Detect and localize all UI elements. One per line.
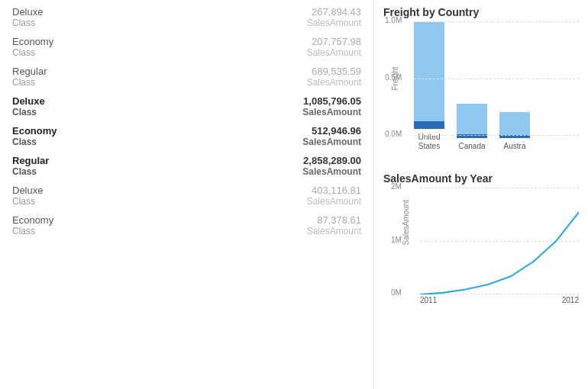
row-primary-7: Deluxe 403,116.81 (12, 185, 361, 196)
data-row-8: Economy 87,378.61 Class SalesAmount (12, 214, 361, 236)
bar-label-canada: Canada (458, 142, 485, 151)
row-value-1: 267,894.43 (312, 6, 361, 18)
row-secondary-7: Class SalesAmount (12, 196, 361, 207)
row-label-4: Deluxe (12, 95, 45, 107)
bar-stack-austra (499, 31, 530, 138)
freight-y-axis-label: Freight (391, 66, 399, 90)
data-row-1: Deluxe 267,894.43 Class SalesAmount (12, 6, 361, 28)
row-primary-2: Economy 207,757.98 (12, 36, 361, 47)
x-label-2011: 2011 (420, 296, 437, 304)
row-primary-8: Economy 87,378.61 (12, 214, 361, 226)
row-secondary-8: Class SalesAmount (12, 226, 361, 236)
left-data-panel: Deluxe 267,894.43 Class SalesAmount Econ… (0, 0, 374, 389)
row-primary-4: Deluxe 1,085,796.05 (12, 95, 361, 107)
sales-chart-area: SalesAmount 2M 1M 0M (383, 188, 579, 294)
row-valuelabel-1: SalesAmount (307, 18, 361, 28)
row-primary-5: Economy 512,946.96 (12, 125, 361, 137)
sales-label-1m: 1M (391, 236, 402, 244)
bar-group-us: UnitedStates (414, 22, 444, 151)
row-secondary-1: Class SalesAmount (12, 18, 361, 28)
row-value-7: 403,116.81 (312, 185, 361, 196)
row-value-6: 2,858,289.00 (303, 155, 361, 166)
row-label-8: Economy (12, 214, 53, 226)
row-valuelabel-7: SalesAmount (307, 196, 361, 207)
row-valuelabel-4: SalesAmount (302, 107, 361, 117)
row-primary-6: Regular 2,858,289.00 (12, 155, 361, 166)
row-sublabel-7: Class (12, 196, 35, 207)
bar-top-canada (457, 104, 487, 134)
freight-chart: Freight by Country Freight 1.0M 0.5M 0.0… (383, 6, 579, 166)
data-row-4: Deluxe 1,085,796.05 Class SalesAmount (12, 95, 361, 117)
row-valuelabel-8: SalesAmount (307, 226, 361, 236)
row-secondary-3: Class SalesAmount (12, 77, 361, 88)
sales-chart-title: SalesAmount by Year (383, 172, 579, 185)
row-valuelabel-5: SalesAmount (302, 137, 361, 147)
row-label-2: Economy (12, 36, 53, 47)
row-secondary-2: Class SalesAmount (12, 47, 361, 58)
data-row-5: Economy 512,946.96 Class SalesAmount (12, 125, 361, 147)
bar-label-austra: Austra (504, 142, 526, 151)
bar-group-austra: Austra (499, 31, 530, 151)
row-label-1: Deluxe (12, 6, 43, 18)
sales-line-svg (420, 188, 579, 294)
row-valuelabel-6: SalesAmount (302, 166, 361, 177)
row-value-8: 87,378.61 (317, 214, 361, 226)
data-row-6: Regular 2,858,289.00 Class SalesAmount (12, 155, 361, 177)
bar-top-us (414, 22, 444, 121)
row-sublabel-5: Class (12, 137, 37, 147)
right-charts-panel: Freight by Country Freight 1.0M 0.5M 0.0… (374, 0, 588, 389)
sales-chart: SalesAmount by Year SalesAmount 2M 1M 0M (383, 172, 579, 310)
freight-chart-area: Freight 1.0M 0.5M 0.0M (383, 21, 579, 151)
freight-chart-title: Freight by Country (383, 6, 579, 18)
row-secondary-5: Class SalesAmount (12, 137, 361, 147)
bar-top-austra (499, 112, 530, 135)
bar-bottom-canada (457, 134, 487, 138)
row-label-3: Regular (12, 66, 47, 77)
bar-label-us: UnitedStates (418, 133, 441, 151)
row-sublabel-6: Class (12, 166, 37, 177)
x-label-2012: 2012 (562, 296, 579, 304)
data-row-3: Regular 689,535.59 Class SalesAmount (12, 66, 361, 88)
sales-y-axis-label: SalesAmount (402, 200, 410, 245)
row-secondary-4: Class SalesAmount (12, 107, 361, 117)
bar-stack-canada (457, 31, 487, 138)
sales-x-axis: 2011 2012 (383, 296, 579, 304)
bar-bottom-austra (499, 135, 530, 138)
row-sublabel-1: Class (12, 18, 35, 28)
row-secondary-6: Class SalesAmount (12, 166, 361, 177)
row-value-4: 1,085,796.05 (303, 95, 361, 107)
row-label-6: Regular (12, 155, 49, 166)
row-value-3: 689,535.59 (312, 66, 361, 77)
row-primary-3: Regular 689,535.59 (12, 66, 361, 77)
row-value-5: 512,946.96 (312, 125, 361, 137)
row-sublabel-4: Class (12, 107, 37, 117)
row-label-7: Deluxe (12, 185, 43, 196)
row-value-2: 207,757.98 (312, 36, 361, 47)
row-primary-1: Deluxe 267,894.43 (12, 6, 361, 18)
bar-bottom-us (414, 121, 444, 129)
row-sublabel-2: Class (12, 47, 35, 58)
row-sublabel-3: Class (12, 77, 35, 88)
data-row-7: Deluxe 403,116.81 Class SalesAmount (12, 185, 361, 207)
bar-stack-us (414, 22, 444, 129)
data-row-2: Economy 207,757.98 Class SalesAmount (12, 36, 361, 58)
row-label-5: Economy (12, 125, 57, 137)
row-valuelabel-3: SalesAmount (307, 77, 361, 88)
row-valuelabel-2: SalesAmount (307, 47, 361, 58)
gridline-label-0m: 0.0M (385, 130, 402, 138)
bar-group-canada: Canada (457, 31, 487, 151)
row-sublabel-8: Class (12, 226, 35, 236)
